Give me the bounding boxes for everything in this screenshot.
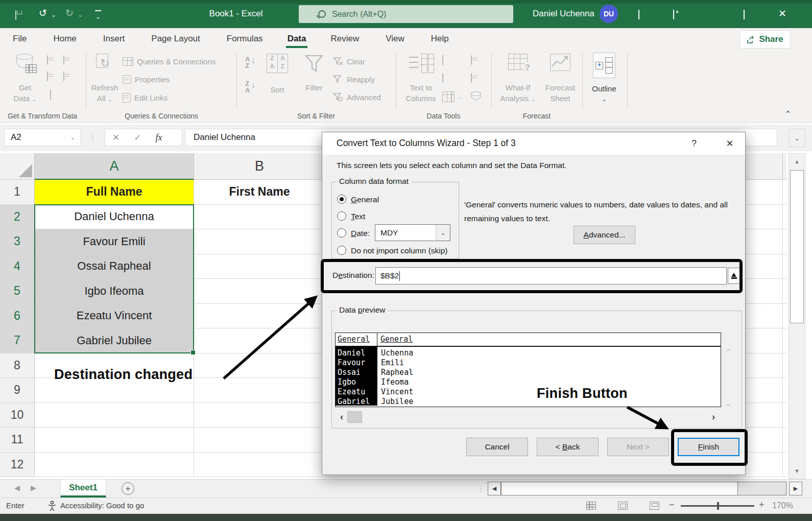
close-button[interactable]: ✕ (778, 9, 786, 18)
row-header-9[interactable]: 9 (0, 378, 35, 403)
cell-a2[interactable]: Daniel Uchenna (35, 205, 194, 230)
tab-insert[interactable]: Insert (94, 28, 134, 50)
horizontal-scrollbar-thumb[interactable] (501, 482, 738, 495)
sheet-nav-right-icon[interactable]: ▶ (31, 484, 36, 492)
ribbon-display-options-icon[interactable] (673, 10, 674, 19)
cancel-entry-icon[interactable]: ✕ (105, 132, 127, 143)
sheet-tab-sheet1[interactable]: Sheet1 (60, 480, 106, 498)
preview-header-col2[interactable]: General (377, 333, 721, 346)
tab-help[interactable]: Help (422, 28, 458, 50)
tab-formulas[interactable]: Formulas (218, 28, 272, 50)
name-box[interactable]: A2 ⌄ (4, 129, 81, 146)
from-web-icon[interactable] (47, 72, 48, 81)
cell-b12[interactable] (194, 453, 325, 478)
sort-button[interactable]: ZA AZ Sort (262, 54, 292, 95)
cell-a4[interactable]: Ossai Rapheal (35, 254, 194, 279)
zoom-level[interactable]: 170% (772, 501, 793, 510)
consolidate-icon[interactable] (471, 56, 472, 65)
search-box[interactable]: Search (Alt+Q) (299, 5, 513, 23)
radio-general-label[interactable]: General (351, 195, 379, 204)
advanced-button[interactable]: Advanced... (574, 226, 635, 244)
cell-b1[interactable]: First Name (194, 180, 325, 205)
redo-icon[interactable]: ↺ (65, 8, 74, 18)
existing-connections-icon[interactable] (63, 72, 64, 81)
radio-skip[interactable] (337, 246, 346, 255)
tab-review[interactable]: Review (322, 28, 368, 50)
radio-date[interactable] (337, 228, 346, 238)
normal-view-icon[interactable] (586, 502, 596, 510)
avatar[interactable]: DU (600, 5, 618, 23)
preview-scroll-right-icon[interactable]: › (712, 411, 715, 422)
cell-b5[interactable] (194, 279, 325, 304)
back-button[interactable]: < Back (537, 438, 599, 456)
radio-text[interactable] (337, 211, 346, 221)
refresh-all-button[interactable]: ↻ Refresh All ⌄ (89, 54, 121, 105)
preview-scroll-left-icon[interactable]: ‹ (340, 411, 343, 422)
cancel-button[interactable]: Cancel (466, 438, 528, 456)
date-format-dropdown[interactable]: MDY ⌄ (375, 224, 450, 241)
row-header-11[interactable]: 11 (0, 428, 35, 453)
sheet-nav-left-icon[interactable]: ◀ (14, 484, 20, 492)
dialog-help-icon[interactable]: ? (683, 132, 705, 155)
cell-a7[interactable]: Gabriel Jubilee (35, 328, 194, 353)
from-text-icon[interactable] (47, 56, 48, 65)
row-header-6[interactable]: 6 (0, 304, 35, 329)
row-header-10[interactable]: 10 (0, 403, 35, 428)
row-header-4[interactable]: 4 (0, 254, 35, 279)
radio-date-label[interactable]: Date: (351, 229, 370, 238)
preview-scroll-up-icon[interactable]: ⌃ (724, 347, 732, 359)
undo-chevron-icon[interactable]: ⌄ (51, 11, 56, 18)
collapse-ribbon-icon[interactable]: ⌃ (784, 109, 792, 120)
clear-filter-button[interactable]: Clear (333, 57, 365, 66)
edit-links-button[interactable]: Edit Links (123, 93, 168, 103)
advanced-filter-button[interactable]: Advanced (333, 93, 381, 102)
flash-fill-icon[interactable] (442, 56, 443, 65)
preview-hscroll-thumb[interactable] (347, 411, 362, 423)
tab-file[interactable]: File (4, 28, 35, 50)
cell-b3[interactable] (194, 229, 325, 254)
tab-data[interactable]: Data (279, 28, 315, 50)
get-data-button[interactable]: Get Data ⌄ (8, 54, 42, 105)
zoom-out-icon[interactable]: − (669, 500, 675, 510)
column-header-b[interactable]: B (194, 153, 325, 180)
scroll-down-icon[interactable]: ▼ (789, 463, 805, 479)
user-name[interactable]: Daniel Uchenna (533, 9, 594, 19)
sort-az-button[interactable]: AZ ↓ (245, 56, 255, 69)
relationships-icon[interactable] (471, 74, 472, 83)
formula-bar-divider-dots[interactable]: ⋮ (89, 132, 97, 141)
confirm-entry-icon[interactable]: ✓ (127, 132, 148, 143)
cell-b2[interactable] (194, 205, 325, 230)
destination-input[interactable]: $B$2 (375, 267, 727, 285)
forecast-sheet-button[interactable]: Forecast Sheet (540, 54, 580, 104)
row-header-5[interactable]: 5 (0, 279, 35, 304)
zoom-slider-thumb[interactable] (717, 502, 719, 510)
cell-b8[interactable] (194, 353, 325, 378)
data-validation-button[interactable]: ⌄ (442, 91, 462, 102)
reapply-filter-button[interactable]: Reapply (333, 75, 375, 84)
radio-text-label[interactable]: Text (351, 212, 365, 221)
hscroll-left-icon[interactable]: ◀ (488, 482, 501, 495)
vertical-scrollbar[interactable]: ▲ ▼ (789, 153, 805, 479)
preview-header-col1[interactable]: General (336, 333, 377, 346)
cell-a10[interactable] (35, 403, 194, 428)
sort-za-button[interactable]: ZA ↓ (245, 80, 255, 93)
tab-page-layout[interactable]: Page Layout (142, 28, 208, 50)
insert-function-icon[interactable]: fx (149, 132, 170, 143)
row-header-7[interactable]: 7 (0, 328, 35, 353)
select-all-corner[interactable] (0, 153, 35, 180)
undo-icon[interactable]: ↺ (39, 8, 47, 18)
cell-b11[interactable] (194, 428, 325, 453)
tab-view[interactable]: View (377, 28, 413, 50)
row-header-2[interactable]: 2 (0, 205, 35, 230)
vertical-scrollbar-thumb[interactable] (790, 170, 804, 323)
column-header-a[interactable]: A (35, 153, 194, 180)
row-header-3[interactable]: 3 (0, 229, 35, 254)
properties-button[interactable]: Properties (123, 75, 170, 84)
cell-b10[interactable] (194, 403, 325, 428)
cell-b4[interactable] (194, 254, 325, 279)
radio-general[interactable] (337, 195, 346, 204)
feedback-icon[interactable] (638, 10, 639, 19)
dialog-close-icon[interactable]: ✕ (719, 132, 741, 155)
cell-a11[interactable] (35, 428, 194, 453)
collapse-dialog-range-button[interactable] (728, 268, 740, 284)
